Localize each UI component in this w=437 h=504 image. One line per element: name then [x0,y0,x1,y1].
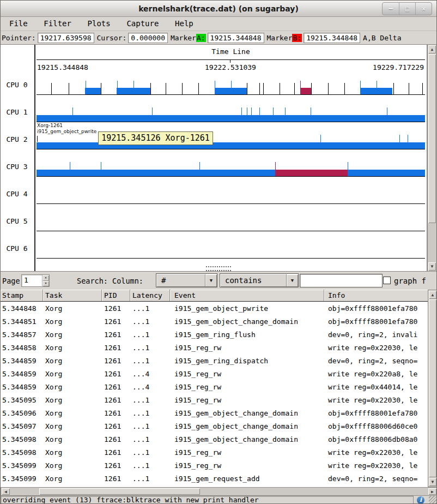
event-tick[interactable] [101,162,101,176]
title-bar[interactable]: kernelshark(trace.dat) (on sugarbay) – □… [1,1,436,17]
table-row[interactable]: 5.344848Xorg1261...1i915_gem_object_pwri… [1,302,429,315]
graph-scroll-down-button[interactable]: ▼ [428,262,436,271]
event-tick[interactable] [241,107,242,122]
event-tick[interactable] [328,83,329,94]
graph-scroll-thumb[interactable] [428,54,436,223]
event-tick[interactable] [198,83,199,94]
event-tick[interactable] [399,135,400,149]
table-row[interactable]: 5.344859Xorg1261...4i915_reg_rwwrite reg… [1,368,429,381]
event-tick[interactable] [247,107,247,122]
cpu-plot[interactable] [37,204,425,231]
timeline-graph[interactable]: Time Line 19215.344848 19222.531039 1922… [1,44,427,272]
event-tick[interactable] [117,81,118,94]
column-header[interactable]: Task [43,290,102,301]
graph-scroll-up-button[interactable]: ▲ [428,45,436,53]
search-input[interactable] [300,274,383,287]
table-row[interactable]: 5.345098Xorg1261...1i915_gem_object_chan… [1,433,429,446]
event-tick[interactable] [300,81,301,94]
event-tick[interactable] [152,107,153,122]
event-tick[interactable] [360,81,361,94]
menu-item-capture[interactable]: Capture [121,17,164,28]
event-tick[interactable] [215,81,215,94]
table-scroll-up-button[interactable]: ▲ [429,291,436,299]
event-tick[interactable] [51,83,52,94]
event-tick[interactable] [86,81,86,94]
table-row[interactable]: 5.344859Xorg1261...1i915_gem_ring_dispat… [1,355,429,368]
cpu-plot[interactable] [37,177,425,204]
event-tick[interactable] [285,107,286,122]
table-row[interactable]: 5.345097Xorg1261...1i915_gem_object_chan… [1,420,429,433]
event-tick[interactable] [408,135,408,149]
match-select[interactable]: contains ▼ [220,273,299,287]
event-tick[interactable] [393,83,394,94]
event-tick[interactable] [263,83,264,94]
event-tick[interactable] [166,83,166,94]
event-tick[interactable] [387,107,387,122]
event-tick[interactable] [311,107,311,122]
graph-follows-checkbox[interactable] [383,277,391,284]
column-select[interactable]: # ▼ [156,273,217,287]
event-tick[interactable] [311,83,312,94]
table-row[interactable]: 5.345099Xorg1261...1i915_gem_request_add… [1,472,429,485]
event-tick[interactable] [150,83,151,94]
event-tick[interactable] [259,83,260,94]
minimize-button[interactable]: – [383,3,399,15]
menu-item-file[interactable]: File [4,17,33,28]
table-row[interactable]: 5.344851Xorg1261...1i915_gem_object_chan… [1,315,429,328]
event-tick[interactable] [320,135,321,149]
page-spin-down-button[interactable]: ▼ [43,281,49,287]
menu-item-help[interactable]: Help [169,17,199,28]
resize-grip[interactable] [429,496,437,504]
event-tick[interactable] [101,83,101,94]
event-tick[interactable] [247,83,247,94]
column-header[interactable]: Latency [130,290,170,301]
task-segment[interactable] [275,170,348,176]
scroll-left-button[interactable]: ◀ [2,488,10,495]
column-header[interactable]: Event [170,290,324,301]
event-tick[interactable] [199,162,200,176]
event-tick[interactable] [409,83,409,94]
event-tick[interactable] [231,81,232,94]
event-tick[interactable] [280,83,280,94]
table-scroll-down-button[interactable]: ▼ [429,478,436,486]
event-tick[interactable] [182,83,183,94]
event-tick[interactable] [259,107,260,122]
cpu-plot[interactable] [37,149,425,177]
event-tick[interactable] [251,107,252,122]
table-row[interactable]: 5.345099Xorg1261...1i915_reg_rwwrite reg… [1,459,429,472]
table-row[interactable]: 5.344857Xorg1261...1i915_gem_ring_flushd… [1,328,429,341]
event-tick[interactable] [273,107,274,122]
menu-item-plots[interactable]: Plots [82,17,116,28]
event-tick[interactable] [422,83,423,94]
maximize-button[interactable]: □ [399,3,415,15]
table-hscrollbar[interactable]: ◀ ▶ [1,487,437,496]
task-segment[interactable] [85,88,101,94]
table-row[interactable]: 5.345098Xorg1261...1i915_reg_rwwrite reg… [1,446,429,459]
event-tick[interactable] [72,107,73,122]
table-vscrollbar[interactable]: ▲ ▼ [428,290,437,487]
cpu-task-bar[interactable] [37,142,425,149]
event-tick[interactable] [69,83,69,94]
page-spinbox[interactable]: 1 ▲ ▼ [21,274,50,287]
close-button[interactable]: ✕ [415,3,432,15]
table-row[interactable]: 5.344858Xorg1261...1i915_reg_rwwrite reg… [1,341,429,355]
column-header[interactable]: Stamp [1,290,43,301]
info-icon[interactable]: i [417,496,424,504]
cpu-plot[interactable] [37,231,425,259]
event-tick[interactable] [377,81,377,94]
column-header[interactable]: PID [102,290,130,301]
cpu-task-bar[interactable] [37,115,425,122]
cpu-task-bar[interactable] [37,170,425,176]
table-scroll-thumb[interactable] [429,299,436,477]
event-tick[interactable] [70,162,70,176]
table-row[interactable]: 5.345096Xorg1261...1i915_gem_object_chan… [1,407,429,420]
scroll-right-button[interactable]: ▶ [428,488,436,495]
splitter-handle[interactable] [206,266,231,271]
table-row[interactable]: 5.344859Xorg1261...4i915_reg_rwwrite reg… [1,381,429,394]
event-tick[interactable] [294,83,295,94]
graph-vscrollbar[interactable]: ▲ ▼ [427,44,437,272]
cpu-plot[interactable] [37,68,425,95]
event-tick[interactable] [133,81,134,94]
event-tick[interactable] [275,162,276,176]
table-row[interactable]: 5.345095Xorg1261...1i915_reg_rwwrite reg… [1,394,429,407]
